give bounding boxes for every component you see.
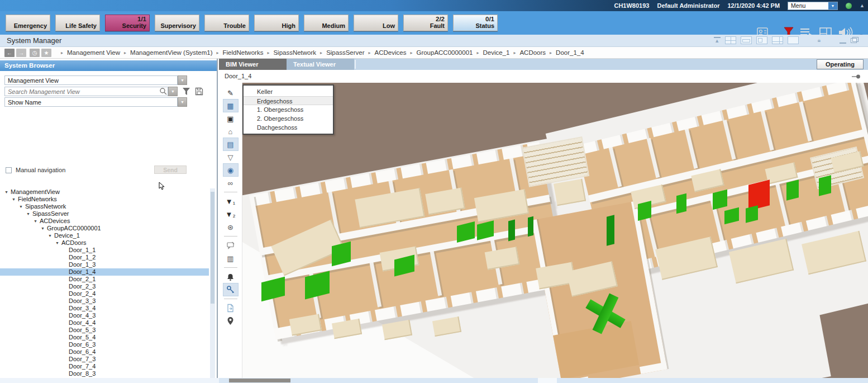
layout-quad-icon[interactable] bbox=[725, 36, 736, 44]
cluster-icon[interactable]: ⊛ bbox=[223, 221, 238, 233]
tree-item-managementview[interactable]: ▼ManagementView bbox=[0, 188, 209, 196]
tree-item-acdoors[interactable]: ▼ACDoors bbox=[0, 239, 209, 247]
tree-expanded-icon[interactable]: ▼ bbox=[4, 188, 11, 196]
location-pin-icon[interactable] bbox=[223, 315, 238, 327]
summary-button-high[interactable]: High bbox=[254, 15, 299, 31]
pin-icon[interactable] bbox=[851, 74, 861, 79]
tree-expanded-icon[interactable]: ▼ bbox=[19, 203, 25, 210]
door-marker-open-14[interactable] bbox=[819, 175, 831, 196]
tree-expanded-icon[interactable]: ▼ bbox=[55, 239, 61, 247]
breadcrumb-item-acdoors[interactable]: ACDoors bbox=[519, 49, 546, 56]
tree-item-door-2-3[interactable]: Door_2_3 bbox=[0, 283, 209, 290]
manual-navigation-checkbox[interactable] bbox=[6, 167, 12, 173]
tree-expanded-icon[interactable]: ▼ bbox=[12, 196, 18, 203]
history-button[interactable]: ◷ bbox=[30, 49, 40, 57]
operating-mode-button[interactable]: Operating bbox=[817, 59, 864, 69]
bim-3d-canvas[interactable] bbox=[242, 83, 868, 378]
tree-item-door-5-4[interactable]: Door_5_4 bbox=[0, 334, 209, 341]
menu-dropdown[interactable]: Menu ▼ bbox=[788, 2, 838, 10]
collapse-titlebar-icon[interactable]: ▲ bbox=[860, 3, 865, 8]
tab-bim-viewer[interactable]: BIM Viewer bbox=[219, 59, 287, 70]
lock-icon[interactable]: 🔒︎ bbox=[818, 37, 821, 44]
filter-1-icon[interactable]: ▼₁ bbox=[223, 195, 238, 207]
chevron-down-icon[interactable]: ▼ bbox=[178, 97, 187, 107]
chevron-down-icon[interactable]: ▼ bbox=[828, 2, 837, 10]
tree-item-fieldnetworks[interactable]: ▼FieldNetworks bbox=[0, 196, 209, 203]
tree-item-sipassnetwork[interactable]: ▼SipassNetwork bbox=[0, 203, 209, 210]
tree-item-door-7-3[interactable]: Door_7_3 bbox=[0, 356, 209, 363]
filter-2-icon[interactable]: ▼₂ bbox=[223, 208, 238, 220]
pen-icon[interactable]: ✎ bbox=[223, 87, 238, 99]
tree-expanded-icon[interactable]: ▼ bbox=[48, 232, 54, 239]
filter-icon[interactable] bbox=[182, 87, 190, 96]
summary-button-status[interactable]: 0/1Status bbox=[453, 15, 498, 31]
display-mode-selector[interactable]: Show Name bbox=[4, 97, 178, 107]
breadcrumb-item-door-1-4[interactable]: Door_1_4 bbox=[556, 49, 584, 56]
summary-button-fault[interactable]: 2/2Fault bbox=[403, 15, 448, 31]
tree-item-door-1-1[interactable]: Door_1_1 bbox=[0, 247, 209, 254]
tree-item-door-6-4[interactable]: Door_6_4 bbox=[0, 348, 209, 356]
breadcrumb-item-management-view[interactable]: Management View bbox=[67, 49, 120, 56]
tree-item-door-2-4[interactable]: Door_2_4 bbox=[0, 290, 209, 297]
tree-item-door-5-3[interactable]: Door_5_3 bbox=[0, 327, 209, 334]
tree-expanded-icon[interactable]: ▼ bbox=[41, 225, 47, 232]
summary-button-supervisory[interactable]: Supervisory bbox=[155, 15, 199, 31]
grid-view-icon[interactable]: ▦ bbox=[223, 100, 238, 112]
document-view-icon[interactable]: ▤ bbox=[223, 138, 238, 150]
breadcrumb-item-device-1[interactable]: Device_1 bbox=[483, 49, 509, 56]
door-marker-open_dark-6[interactable] bbox=[508, 220, 515, 242]
door-marker-open-13[interactable] bbox=[786, 179, 799, 200]
tree-item-door-7-4[interactable]: Door_7_4 bbox=[0, 363, 209, 370]
restore-window-icon[interactable] bbox=[851, 38, 857, 43]
favorites-button[interactable]: ★ bbox=[41, 49, 51, 57]
tree-item-door-6-3[interactable]: Door_6_3 bbox=[0, 341, 209, 348]
layout-left-icon[interactable] bbox=[756, 36, 767, 44]
horizontal-scrollbar[interactable] bbox=[219, 378, 868, 383]
tree-item-door-3-4[interactable]: Door_3_4 bbox=[0, 305, 209, 312]
link-objects-icon[interactable]: ∞ bbox=[223, 177, 238, 189]
tree-item-door-3-3[interactable]: Door_3_3 bbox=[0, 297, 209, 305]
breadcrumb-item-acdevices[interactable]: ACDevices bbox=[375, 49, 407, 56]
home-icon[interactable]: ⌂ bbox=[223, 125, 238, 138]
summary-button-medium[interactable]: Medium bbox=[304, 15, 349, 31]
tree-item-door-1-3[interactable]: Door_1_3 bbox=[0, 261, 209, 268]
minimize-icon[interactable] bbox=[840, 42, 846, 44]
send-button[interactable]: Send bbox=[154, 166, 187, 174]
door-marker-open-16[interactable] bbox=[746, 205, 758, 223]
search-input[interactable] bbox=[5, 88, 159, 95]
breadcrumb-item-sipassnetwork[interactable]: SipassNetwork bbox=[273, 49, 316, 56]
door-marker-open-9[interactable] bbox=[638, 201, 651, 221]
view-selector[interactable]: Management View bbox=[4, 75, 178, 85]
floor-item-keller[interactable]: Keller bbox=[244, 87, 333, 96]
chevron-down-icon[interactable]: ▼ bbox=[168, 87, 178, 96]
collapse-panel-icon[interactable]: ▲ bbox=[714, 37, 721, 44]
tree-scrollbar[interactable] bbox=[210, 188, 215, 383]
key-icon[interactable] bbox=[223, 283, 238, 296]
door-marker-open_dark-8[interactable] bbox=[607, 215, 614, 245]
search-icon[interactable] bbox=[159, 87, 168, 96]
breadcrumb-item-fieldnetworks[interactable]: FieldNetworks bbox=[223, 49, 264, 56]
horizontal-scrollbar-thumb[interactable] bbox=[229, 379, 290, 382]
breadcrumb-item-groupacc0000001[interactable]: GroupACC0000001 bbox=[416, 49, 473, 56]
forward-button[interactable]: → bbox=[16, 49, 26, 57]
door-marker-alarm-12[interactable] bbox=[748, 179, 770, 210]
focus-icon[interactable]: ◉ bbox=[223, 164, 238, 176]
tree-scrollbar-thumb[interactable] bbox=[211, 192, 214, 304]
summary-button-life-safety[interactable]: Life Safety bbox=[55, 15, 100, 31]
tree-item-door-1-4[interactable]: Door_1_4 bbox=[0, 268, 209, 276]
tree-item-door-4-4[interactable]: Door_4_4 bbox=[0, 319, 209, 327]
tab-textual-viewer[interactable]: Textual Viewer bbox=[287, 59, 354, 70]
floor-item-2-obergeschoss[interactable]: 2. Obergeschoss bbox=[244, 114, 333, 123]
tree-item-groupacc0000001[interactable]: ▼GroupACC0000001 bbox=[0, 225, 209, 232]
floor-item-1-obergeschoss[interactable]: 1. Obergeschoss bbox=[244, 105, 333, 114]
comment-icon[interactable] bbox=[223, 239, 238, 252]
view-cone-icon[interactable]: ▽ bbox=[223, 151, 238, 163]
floor-item-dachgeschoss[interactable]: Dachgeschoss bbox=[244, 123, 333, 132]
layout-bottom-icon[interactable] bbox=[741, 36, 752, 44]
back-button[interactable]: ← bbox=[4, 49, 15, 57]
tree-item-sipassserver[interactable]: ▼SipassServer bbox=[0, 210, 209, 217]
tree-expanded-icon[interactable]: ▼ bbox=[26, 210, 32, 217]
summary-button-low[interactable]: Low bbox=[354, 15, 398, 31]
tree-item-door-2-1[interactable]: Door_2_1 bbox=[0, 276, 209, 283]
floor-item-erdgeschoss[interactable]: Erdgeschoss bbox=[244, 96, 333, 105]
